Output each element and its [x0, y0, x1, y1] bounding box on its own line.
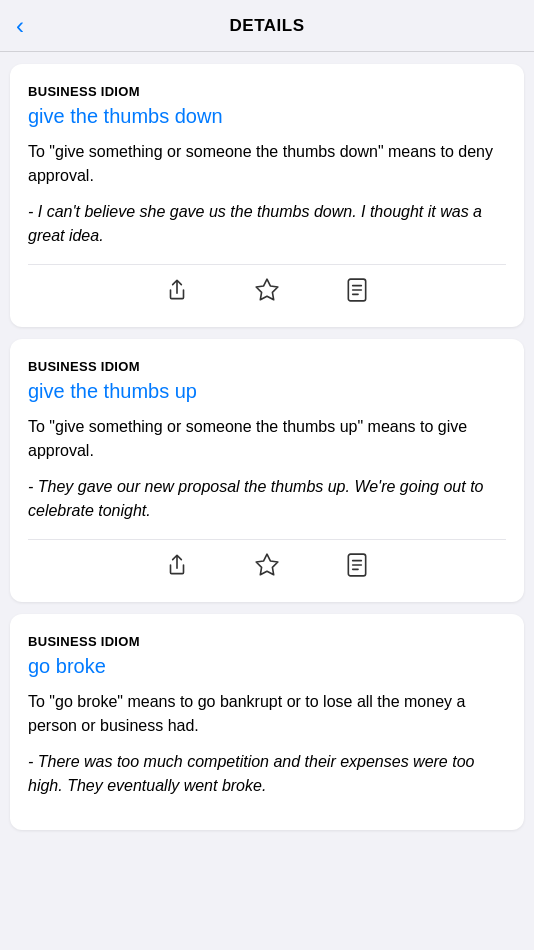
card-2-title: give the thumbs up	[28, 380, 506, 403]
header-title: DETAILS	[230, 16, 305, 36]
card-3-definition: To "go broke" means to go bankrupt or to…	[28, 690, 506, 738]
card-3-category: BUSINESS IDIOM	[28, 634, 506, 649]
back-button[interactable]: ‹	[16, 14, 24, 38]
share-icon	[164, 552, 190, 578]
card-2-notes-button[interactable]	[336, 544, 378, 586]
card-thumbs-down: BUSINESS IDIOM give the thumbs down To "…	[10, 64, 524, 327]
card-1-definition: To "give something or someone the thumbs…	[28, 140, 506, 188]
svg-marker-0	[256, 279, 278, 300]
card-1-category: BUSINESS IDIOM	[28, 84, 506, 99]
notes-icon	[344, 277, 370, 303]
share-icon	[164, 277, 190, 303]
card-1-notes-button[interactable]	[336, 269, 378, 311]
header: ‹ DETAILS	[0, 0, 534, 52]
star-icon	[254, 552, 280, 578]
card-2-favorite-button[interactable]	[246, 544, 288, 586]
star-icon	[254, 277, 280, 303]
card-3-example: - There was too much competition and the…	[28, 750, 506, 798]
notes-icon	[344, 552, 370, 578]
content-area: BUSINESS IDIOM give the thumbs down To "…	[0, 52, 534, 842]
card-2-actions	[28, 539, 506, 586]
card-go-broke: BUSINESS IDIOM go broke To "go broke" me…	[10, 614, 524, 830]
card-1-favorite-button[interactable]	[246, 269, 288, 311]
svg-marker-5	[256, 554, 278, 575]
card-2-example: - They gave our new proposal the thumbs …	[28, 475, 506, 523]
card-1-share-button[interactable]	[156, 269, 198, 311]
card-1-example: - I can't believe she gave us the thumbs…	[28, 200, 506, 248]
card-3-title: go broke	[28, 655, 506, 678]
card-2-definition: To "give something or someone the thumbs…	[28, 415, 506, 463]
card-thumbs-up: BUSINESS IDIOM give the thumbs up To "gi…	[10, 339, 524, 602]
card-1-title: give the thumbs down	[28, 105, 506, 128]
card-1-actions	[28, 264, 506, 311]
card-2-share-button[interactable]	[156, 544, 198, 586]
card-2-category: BUSINESS IDIOM	[28, 359, 506, 374]
